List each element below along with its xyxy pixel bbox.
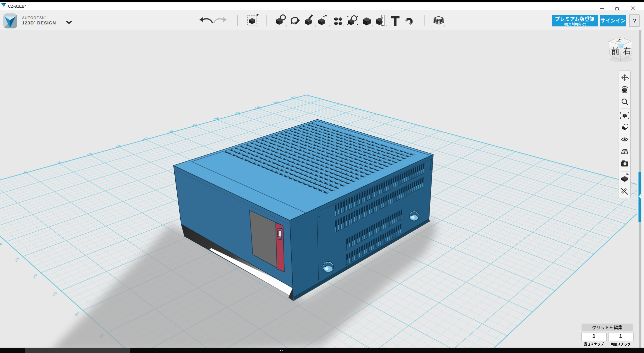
svg-text:123D´ DESIGN: 123D´ DESIGN [22, 20, 56, 25]
svg-text:?: ? [633, 17, 636, 24]
svg-text:CZ-81EB*: CZ-81EB* [8, 4, 26, 9]
svg-text:AUTODESK´: AUTODESK´ [22, 16, 46, 20]
